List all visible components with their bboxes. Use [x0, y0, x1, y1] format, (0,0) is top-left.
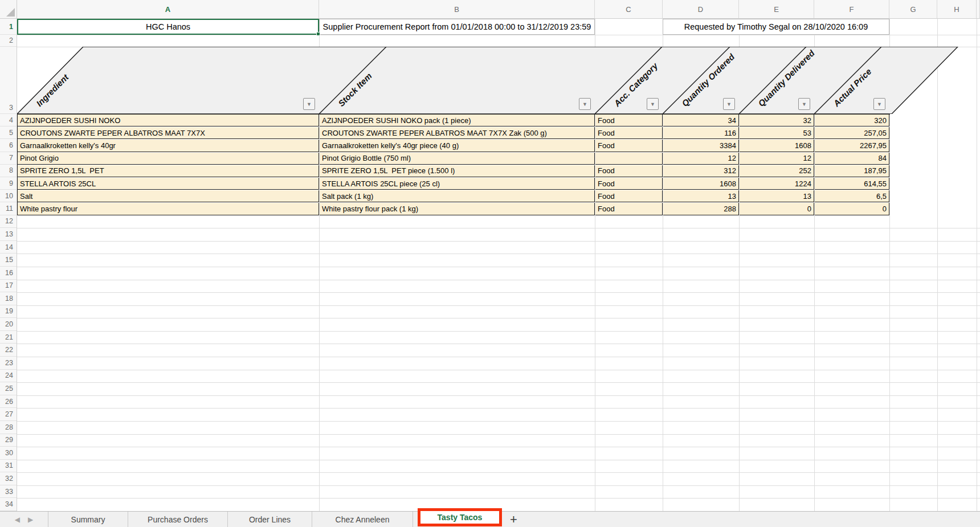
table-cell[interactable]: Food — [595, 178, 663, 190]
table-cell[interactable]: 312 — [663, 165, 739, 177]
row-header-9[interactable]: 9 — [0, 177, 17, 190]
row-header-20[interactable]: 20 — [0, 318, 17, 331]
table-cell[interactable]: 12 — [663, 153, 739, 165]
table-cell[interactable]: Garnaalkroketten kelly's 40gr — [18, 140, 319, 152]
row-header-8[interactable]: 8 — [0, 165, 17, 177]
table-cell[interactable]: Food — [595, 165, 663, 177]
row-header-7[interactable]: 7 — [0, 152, 17, 165]
row-header-19[interactable]: 19 — [0, 305, 17, 318]
cell-a1-selected[interactable]: HGC Hanos — [17, 19, 319, 35]
row-header-31[interactable]: 31 — [0, 460, 17, 473]
row-header-21[interactable]: 21 — [0, 331, 17, 344]
tab-scroll-left-icon[interactable]: ◀ — [15, 516, 20, 524]
table-cell[interactable]: 252 — [740, 165, 814, 177]
table-cell[interactable]: 84 — [815, 153, 889, 165]
table-cell[interactable]: 2267,95 — [815, 140, 889, 152]
row-header-15[interactable]: 15 — [0, 254, 17, 267]
row-header-10[interactable]: 10 — [0, 190, 17, 202]
table-cell[interactable]: 34 — [663, 115, 739, 126]
filter-dropdown-quantity-ordered[interactable]: ▼ — [723, 98, 735, 110]
table-cell[interactable]: Salt pack (1 kg) — [320, 190, 595, 202]
table-cell[interactable]: 3384 — [663, 140, 739, 152]
table-cell[interactable]: Food — [595, 127, 663, 139]
table-cell[interactable]: 6,5 — [815, 190, 889, 202]
table-cell[interactable]: SPRITE ZERO 1,5L PET — [18, 165, 319, 177]
table-cell[interactable]: Pinot Grigio Bottle (750 ml) — [320, 153, 595, 165]
column-header-g[interactable]: G — [889, 0, 937, 19]
sheet-tab-order-lines[interactable]: Order Lines — [228, 512, 312, 527]
sheet-tab-summary[interactable]: Summary — [48, 512, 128, 527]
column-header-e[interactable]: E — [739, 0, 814, 19]
row-header-32[interactable]: 32 — [0, 472, 17, 485]
table-cell[interactable]: 1608 — [663, 178, 739, 190]
tab-scroll-right-icon[interactable]: ▶ — [28, 516, 33, 524]
table-cell[interactable]: AZIJNPOEDER SUSHI NOKO — [18, 115, 319, 126]
column-header-b[interactable]: B — [319, 0, 595, 19]
column-header-d[interactable]: D — [663, 0, 739, 19]
row-header-17[interactable]: 17 — [0, 280, 17, 293]
row-header-16[interactable]: 16 — [0, 267, 17, 280]
table-cell[interactable]: 320 — [815, 115, 889, 126]
row-header-6[interactable]: 6 — [0, 139, 17, 152]
table-cell[interactable]: 116 — [663, 127, 739, 139]
table-cell[interactable]: 288 — [663, 203, 739, 215]
filter-dropdown-actual-price[interactable]: ▼ — [873, 98, 885, 110]
row-header-23[interactable]: 23 — [0, 357, 17, 370]
filter-dropdown-stock-item[interactable]: ▼ — [579, 98, 591, 110]
row-header-34[interactable]: 34 — [0, 498, 17, 511]
row-header-4[interactable]: 4 — [0, 114, 17, 126]
row-header-27[interactable]: 27 — [0, 408, 17, 421]
table-cell[interactable]: 32 — [740, 115, 814, 126]
filter-dropdown-ingredient[interactable]: ▼ — [303, 98, 315, 110]
table-cell[interactable]: STELLA ARTOIS 25CL piece (25 cl) — [320, 178, 595, 190]
table-cell[interactable]: Garnaalkroketten kelly's 40gr piece (40 … — [320, 140, 595, 152]
table-cell[interactable]: 0 — [815, 203, 889, 215]
cell-d1f1-requested-by[interactable]: Requested by Timothy Segal on 28/10/2020… — [663, 19, 889, 35]
row-header-24[interactable]: 24 — [0, 370, 17, 383]
sheet-tab-purchase-orders[interactable]: Purchase Orders — [128, 512, 228, 527]
table-cell[interactable]: CROUTONS ZWARTE PEPER ALBATROS MAAT 7X7X… — [320, 127, 595, 139]
cell-b1-report-title[interactable]: Supplier Procurement Report from 01/01/2… — [319, 19, 595, 35]
column-header-f[interactable]: F — [814, 0, 889, 19]
table-cell[interactable]: Pinot Grigio — [18, 153, 319, 165]
table-cell[interactable]: 1608 — [740, 140, 814, 152]
table-cell[interactable]: 12 — [740, 153, 814, 165]
row-header-26[interactable]: 26 — [0, 395, 17, 408]
table-cell[interactable]: 614,55 — [815, 178, 889, 190]
row-header-22[interactable]: 22 — [0, 344, 17, 357]
table-cell[interactable]: Food — [595, 140, 663, 152]
table-cell[interactable]: CROUTONS ZWARTE PEPER ALBATROS MAAT 7X7X — [18, 127, 319, 139]
table-cell[interactable]: 257,05 — [815, 127, 889, 139]
table-cell[interactable]: Food — [595, 115, 663, 126]
add-sheet-button[interactable]: + — [510, 514, 517, 525]
row-header-2[interactable]: 2 — [0, 35, 17, 47]
row-header-30[interactable]: 30 — [0, 447, 17, 460]
row-header-33[interactable]: 33 — [0, 485, 17, 499]
table-cell[interactable]: Food — [595, 190, 663, 202]
table-cell[interactable]: 187,95 — [815, 165, 889, 177]
sheet-tab-chez-anneleen[interactable]: Chez Anneleen — [312, 512, 413, 527]
column-header-a[interactable]: A — [17, 0, 319, 19]
row-header-3[interactable]: 3 — [0, 47, 17, 114]
table-cell[interactable]: 0 — [740, 203, 814, 215]
row-header-18[interactable]: 18 — [0, 292, 17, 305]
row-header-5[interactable]: 5 — [0, 126, 17, 139]
row-header-14[interactable]: 14 — [0, 241, 17, 254]
select-all-corner[interactable] — [0, 0, 17, 19]
table-cell[interactable]: SPRITE ZERO 1,5L PET piece (1.500 l) — [320, 165, 595, 177]
table-cell[interactable]: 53 — [740, 127, 814, 139]
row-header-25[interactable]: 25 — [0, 382, 17, 395]
row-header-12[interactable]: 12 — [0, 215, 17, 228]
filter-dropdown-acc-category[interactable]: ▼ — [647, 98, 659, 110]
table-cell[interactable]: 1224 — [740, 178, 814, 190]
column-header-h[interactable]: H — [937, 0, 977, 19]
table-cell[interactable]: 13 — [740, 190, 814, 202]
row-header-1[interactable]: 1 — [0, 19, 17, 35]
table-cell[interactable] — [595, 153, 663, 165]
table-cell[interactable]: Salt — [18, 190, 319, 202]
row-header-29[interactable]: 29 — [0, 434, 17, 447]
selection-fill-handle[interactable] — [316, 32, 320, 36]
row-header-28[interactable]: 28 — [0, 421, 17, 434]
filter-dropdown-quantity-delivered[interactable]: ▼ — [798, 98, 810, 110]
table-cell[interactable]: STELLA ARTOIS 25CL — [18, 178, 319, 190]
